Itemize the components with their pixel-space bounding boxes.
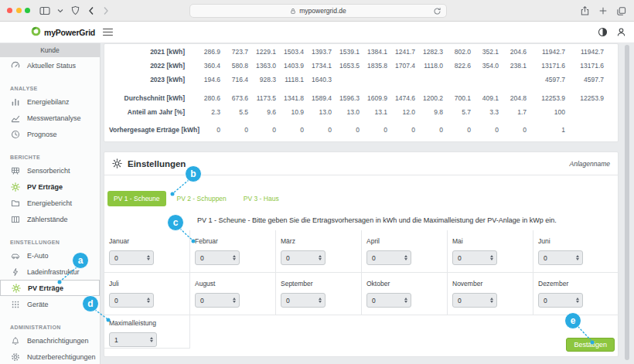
- stepper-arrows-icon[interactable]: [404, 298, 411, 304]
- shield-icon[interactable]: [70, 5, 80, 15]
- table-cell: 673.6: [220, 94, 248, 102]
- table-cell: 0: [471, 126, 499, 134]
- stepper-arrows-icon[interactable]: [233, 298, 239, 304]
- back-icon[interactable]: [87, 6, 95, 15]
- table-cell: 0: [387, 126, 415, 134]
- window-controls[interactable]: [7, 8, 30, 13]
- tab-pv3-haus[interactable]: PV 3 - Haus: [237, 191, 285, 206]
- sidebar-item-pv-ertraege-einstellungen[interactable]: PV Erträge: [0, 280, 100, 296]
- sidebar-item-aktueller-status[interactable]: Aktueller Status: [0, 57, 100, 73]
- address-bar[interactable]: mypowergrid.de: [189, 4, 447, 18]
- sidebar-section-analyse: ANALYSE: [0, 80, 100, 94]
- car-icon: [10, 250, 20, 260]
- month-input-juni[interactable]: 0: [538, 250, 583, 265]
- month-input-maerz[interactable]: 0: [281, 250, 326, 265]
- sidebar-item-zaehlerstaende[interactable]: Zählerstände: [0, 211, 100, 227]
- scrollbar[interactable]: [625, 45, 629, 360]
- stepper-arrows-icon[interactable]: [576, 255, 582, 261]
- stepper-arrows-icon[interactable]: [147, 298, 153, 304]
- sidebar-item-ladeinfrastruktur[interactable]: Ladeinfrastruktur: [0, 264, 100, 280]
- stepper-arrows-icon[interactable]: [576, 298, 582, 304]
- sidebar-item-nutzerberechtigungen[interactable]: Nutzerberechtigungen: [0, 349, 100, 364]
- stepper-arrows-icon[interactable]: [404, 255, 411, 261]
- contrast-icon[interactable]: [598, 27, 608, 37]
- table-icon: [10, 214, 20, 224]
- sidebar-item-label: Energiebilanz: [27, 98, 70, 106]
- month-value: 0: [372, 254, 376, 262]
- sidebar-item-pv-ertraege[interactable]: PV Erträge: [0, 179, 100, 195]
- sidebar-item-prognose[interactable]: Prognose: [0, 126, 100, 142]
- sidebar-item-messwertanalyse[interactable]: Messwertanalyse: [0, 110, 100, 126]
- table-cell: 3.3: [471, 108, 499, 116]
- stepper-arrows-icon[interactable]: [233, 255, 239, 261]
- confirm-button[interactable]: Bestätigen: [566, 338, 615, 352]
- stepper-arrows-icon[interactable]: [150, 337, 156, 343]
- sidebar-item-geraete[interactable]: Geräte: [0, 296, 100, 312]
- month-label: Dezember: [538, 280, 612, 287]
- menu-toggle-icon[interactable]: [103, 29, 113, 36]
- brand[interactable]: myPowerGrid: [31, 26, 95, 39]
- table-row: 2022 [kWh] 360.4 580.8 1363.0 1403.9 173…: [109, 59, 613, 73]
- reload-icon[interactable]: [433, 7, 441, 15]
- table-cell: 2.3: [193, 108, 220, 116]
- sidebar-item-sensorbericht[interactable]: Sensorbericht: [0, 162, 100, 179]
- month-input-oktober[interactable]: 0: [366, 293, 411, 308]
- month-input-april[interactable]: 0: [366, 250, 411, 265]
- chevron-down-icon[interactable]: [57, 8, 63, 14]
- folder-icon: [10, 198, 20, 208]
- table-cell-total: 1: [527, 126, 565, 134]
- table-cell: 5.5: [220, 108, 248, 116]
- stepper-arrows-icon[interactable]: [490, 255, 496, 261]
- month-input-september[interactable]: 0: [281, 293, 326, 308]
- customer-band: Kunde: [0, 43, 100, 57]
- max-power-value: 1: [114, 336, 118, 344]
- month-input-januar[interactable]: 0: [109, 250, 154, 265]
- sidebar-item-energiebericht[interactable]: Energiebericht: [0, 195, 100, 211]
- sidebar-item-e-auto[interactable]: E-Auto: [0, 247, 100, 264]
- sidebar-item-label: PV Erträge: [28, 284, 63, 292]
- stepper-arrows-icon[interactable]: [319, 255, 325, 261]
- sidebar-toggle-icon[interactable]: [39, 5, 50, 16]
- table-cell: 822.6: [443, 62, 471, 70]
- tab-overview-icon[interactable]: [616, 6, 626, 16]
- sidebar-item-label: PV Erträge: [27, 183, 63, 191]
- user-icon[interactable]: [616, 27, 626, 37]
- table-cell: 1734.1: [304, 62, 332, 70]
- table-cell: 194.6: [193, 76, 220, 83]
- month-label: Februar: [195, 237, 268, 245]
- table-cell: 9.8: [415, 108, 443, 116]
- minimize-window-button[interactable]: [16, 8, 22, 13]
- month-input-mai[interactable]: 0: [452, 250, 497, 265]
- stepper-arrows-icon[interactable]: [490, 298, 496, 304]
- month-label: Mai: [452, 237, 525, 245]
- forward-icon[interactable]: [102, 6, 110, 15]
- month-input-dezember[interactable]: 0: [538, 293, 583, 308]
- table-cell: 5.7: [443, 108, 471, 116]
- table-cell: 1403.9: [276, 62, 304, 70]
- app-header: myPowerGrid: [0, 22, 634, 43]
- table-cell-total: 12253.9: [565, 94, 604, 102]
- table-cell-total: 100: [527, 108, 565, 116]
- month-input-juli[interactable]: 0: [109, 293, 154, 308]
- table-cell: 716.4: [220, 76, 248, 83]
- close-window-button[interactable]: [7, 8, 12, 13]
- sidebar-item-benachrichtigungen[interactable]: Benachrichtigungen: [0, 332, 100, 349]
- month-input-august[interactable]: 0: [195, 293, 240, 308]
- table-cell: 1118.0: [415, 62, 443, 70]
- devices-grid-icon: [10, 299, 20, 309]
- table-cell: 0: [276, 126, 304, 134]
- month-input-februar[interactable]: 0: [195, 250, 240, 265]
- month-cell-november: November 0: [448, 273, 533, 315]
- sidebar-section-administration: ADMINISTRATION: [0, 318, 100, 332]
- zoom-window-button[interactable]: [25, 8, 30, 13]
- share-icon[interactable]: [580, 5, 590, 16]
- table-cell: 1384.1: [360, 48, 387, 56]
- tab-pv2-schuppen[interactable]: PV 2 - Schuppen: [171, 191, 233, 206]
- new-tab-icon[interactable]: [598, 6, 608, 15]
- month-input-november[interactable]: 0: [452, 293, 497, 308]
- max-power-input[interactable]: 1: [109, 332, 157, 347]
- sidebar-item-energiebilanz[interactable]: Energiebilanz: [0, 94, 100, 110]
- stepper-arrows-icon[interactable]: [147, 255, 153, 261]
- stepper-arrows-icon[interactable]: [319, 298, 325, 304]
- tab-pv1-scheune[interactable]: PV 1 - Scheune: [107, 191, 166, 206]
